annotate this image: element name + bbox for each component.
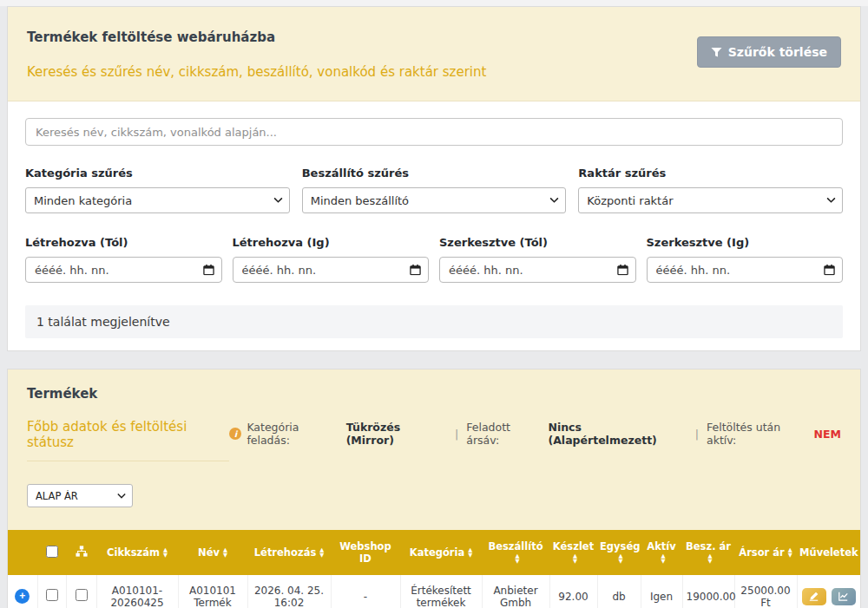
products-panel-header: Termékek Főbb adatok és feltöltési státu…: [8, 369, 860, 461]
active-after-upload-label: Feltöltés után aktív:: [707, 421, 809, 447]
results-count-bar: 1 találat megjelenítve: [25, 305, 843, 338]
column-header-nev[interactable]: Név▲▼: [178, 530, 247, 575]
table-row: + A010101-20260425 A010101 Termék 2026. …: [8, 575, 860, 608]
price-type-select-wrap: ALAP ÁR: [27, 484, 133, 507]
warehouse-filter-select[interactable]: Központi raktár: [578, 187, 843, 213]
edited-to-label: Szerkesztve (Ig): [647, 236, 844, 249]
table-header-row: Cikkszám▲▼ Név▲▼ Létrehozás▲▼ Webshop ID…: [8, 530, 860, 575]
meta-separator: |: [452, 428, 461, 441]
clear-filters-label: Szűrők törlése: [728, 45, 827, 59]
filter-panel-header: Termékek feltöltése webáruházba Keresés …: [8, 7, 860, 101]
header-expand-column: [8, 530, 37, 575]
date-filter-row: Létrehozva (Tól) Létrehozva (Ig): [25, 236, 843, 283]
search-input[interactable]: [25, 118, 843, 146]
row-select-checkbox[interactable]: [46, 589, 58, 601]
edited-to-input[interactable]: [647, 257, 844, 283]
cell-aktiv: Igen: [641, 575, 682, 608]
chart-line-icon: [838, 592, 848, 601]
price-type-select[interactable]: ALAP ÁR: [27, 484, 133, 507]
sort-icon: ▲▼: [319, 548, 324, 558]
cell-cikkszam: A010101-20260425: [96, 575, 178, 608]
products-title: Termékek: [27, 386, 841, 402]
column-header-aktiv[interactable]: Aktív ▲▼: [641, 530, 682, 575]
edited-from-label: Szerkesztve (Tól): [439, 236, 636, 249]
category-upload-label: Kategória feladás:: [247, 421, 340, 447]
created-to-input[interactable]: [233, 257, 430, 283]
sort-icon: ▲▼: [573, 554, 577, 564]
cell-arsor-ar: 25000.00 Ft: [734, 575, 797, 608]
calendar-icon[interactable]: [617, 265, 628, 276]
active-after-upload-value: NEM: [814, 428, 841, 441]
created-from-input[interactable]: [25, 257, 222, 283]
category-upload-value: Tükrözés (Mirror): [346, 421, 447, 447]
category-filter-label: Kategória szűrés: [25, 167, 290, 180]
cell-letrehozas: 2026. 04. 25. 16:02: [247, 575, 331, 608]
column-header-kategoria[interactable]: Kategória▲▼: [400, 530, 482, 575]
sort-icon: ▲▼: [163, 548, 168, 558]
supplier-filter-label: Beszállító szűrés: [302, 167, 567, 180]
panel-gap: [0, 351, 868, 369]
calendar-icon[interactable]: [410, 265, 421, 276]
sort-icon: ▲▼: [619, 554, 623, 564]
sort-icon: ▲▼: [516, 554, 520, 564]
cell-beszallito: Anbieter Gmbh: [482, 575, 549, 608]
filter-panel-body: Kategória szűrés Minden kategória Beszál…: [8, 101, 860, 350]
page-top-strip: [0, 0, 868, 6]
created-from-label: Létrehozva (Tól): [25, 236, 222, 249]
clear-filters-button[interactable]: Szűrők törlése: [697, 36, 841, 68]
column-header-muveletek: Műveletek: [797, 530, 860, 575]
cell-egyseg: db: [597, 575, 641, 608]
filter-funnel-icon: [711, 47, 722, 58]
products-panel: Termékek Főbb adatok és feltöltési státu…: [7, 369, 861, 608]
products-subtitle: Főbb adatok és feltöltési státusz: [27, 419, 229, 461]
cell-nev: A010101 Termék: [178, 575, 247, 608]
column-header-cikkszam[interactable]: Cikkszám▲▼: [96, 530, 178, 575]
warehouse-filter-label: Raktár szűrés: [578, 167, 843, 180]
select-filter-row: Kategória szűrés Minden kategória Beszál…: [25, 167, 843, 213]
products-table: Cikkszám▲▼ Név▲▼ Létrehozás▲▼ Webshop ID…: [8, 530, 860, 608]
cell-webshop-id: -: [331, 575, 400, 608]
edit-product-button[interactable]: [802, 588, 826, 605]
select-all-checkbox[interactable]: [46, 546, 58, 558]
cell-kategoria: Értékesített termékek: [400, 575, 482, 608]
column-header-webshop-id: Webshop ID: [331, 530, 400, 575]
supplier-filter-select[interactable]: Minden beszállító: [302, 187, 567, 213]
category-filter-select[interactable]: Minden kategória: [25, 187, 290, 213]
expand-row-button[interactable]: +: [15, 589, 30, 604]
calendar-icon[interactable]: [824, 265, 835, 276]
meta-separator: |: [693, 428, 701, 441]
sort-icon: ▲▼: [661, 554, 666, 564]
column-header-letrehozas[interactable]: Létrehozás▲▼: [247, 530, 331, 575]
sort-icon: ▲▼: [788, 548, 792, 558]
sort-icon: ▲▼: [223, 548, 227, 558]
price-band-label: Feladott ársáv:: [466, 421, 542, 447]
created-to-label: Létrehozva (Ig): [233, 236, 430, 249]
edit-icon: [809, 592, 819, 601]
chart-stats-button[interactable]: [832, 588, 856, 605]
sort-icon: ▲▼: [468, 548, 472, 558]
price-band-value: Nincs (Alapértelmezett): [548, 421, 687, 447]
filter-panel: Termékek feltöltése webáruházba Keresés …: [7, 6, 861, 351]
column-header-keszlet[interactable]: Készlet ▲▼: [549, 530, 597, 575]
cell-muveletek: [797, 575, 860, 608]
upload-settings-meta: i Kategória feladás: Tükrözés (Mirror) |…: [229, 419, 841, 447]
cell-besz-ar: 19000.00: [682, 575, 734, 608]
sort-icon: ▲▼: [708, 554, 713, 564]
info-icon: i: [229, 428, 241, 440]
row-category-checkbox[interactable]: [76, 589, 88, 601]
calendar-icon[interactable]: [203, 265, 214, 276]
sitemap-icon: [76, 547, 88, 559]
column-header-beszallito[interactable]: Beszállító▲▼: [482, 530, 549, 575]
column-header-egyseg[interactable]: Egység ▲▼: [597, 530, 641, 575]
cell-keszlet: 92.00: [549, 575, 597, 608]
column-header-besz-ar[interactable]: Besz. ár ▲▼: [682, 530, 734, 575]
column-header-arsor-ar[interactable]: Ársor ár▲▼: [734, 530, 797, 575]
edited-from-input[interactable]: [439, 257, 636, 283]
